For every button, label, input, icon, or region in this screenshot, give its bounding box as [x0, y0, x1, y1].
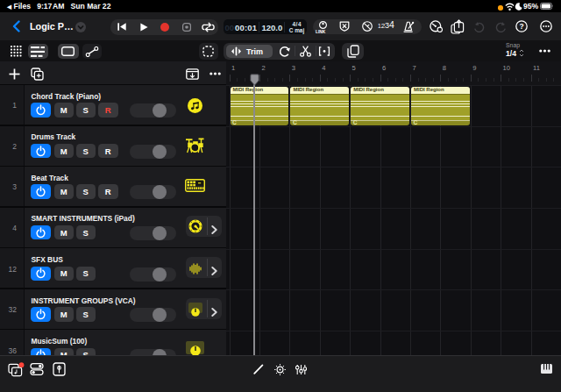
svg-text:?: ?: [519, 22, 523, 31]
